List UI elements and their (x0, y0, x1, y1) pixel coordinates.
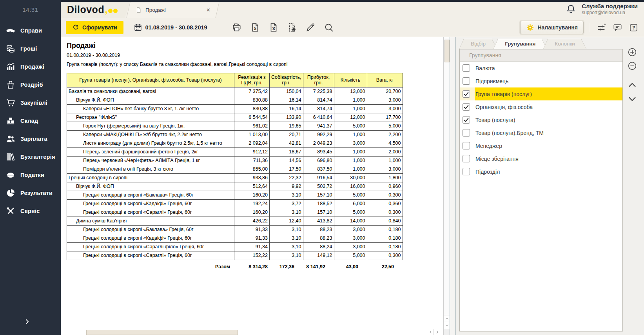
sidebar-item[interactable]: Бухгалтерія (0, 148, 61, 166)
search-icon[interactable] (324, 22, 334, 33)
horizontal-scrollbar-thumb[interactable] (86, 330, 238, 335)
table-row[interactable]: Вірчук Ф.Й. ФОП 512,64 9,92 502,72 16,00… (67, 182, 403, 191)
panel-tab[interactable]: Групування (493, 39, 547, 49)
cell-weight: 4,500 (367, 139, 403, 147)
grouping-checkbox[interactable] (463, 64, 470, 72)
table-row[interactable]: Листя винограду (для долми) Греція брутт… (67, 139, 403, 147)
cell-name: Каперси «ЕГІОН» пет банку брутто 3 кг, 1… (67, 104, 234, 113)
warehouse-icon (6, 116, 15, 126)
generate-button[interactable]: Сформувати (66, 21, 123, 34)
logo[interactable]: Dilovod, (61, 1, 131, 18)
sidebar-item-label: Закупівлі (20, 100, 47, 106)
move-up-button[interactable] (627, 80, 637, 90)
sidebar-expand-button[interactable] (24, 318, 31, 326)
table-row[interactable]: Грецькі солодощі в сиропі «Сараглі» Грец… (67, 251, 403, 260)
sidebar-item[interactable]: Склад (0, 112, 61, 130)
sidebar-item[interactable]: Зарплата (0, 130, 61, 148)
sliders-icon[interactable] (597, 23, 606, 33)
tab-close-button[interactable]: ✕ (205, 6, 212, 14)
table-row[interactable]: Димна суміш Кав'ярня 426,22 12,40 413,82… (67, 217, 403, 225)
grouping-checkbox[interactable] (463, 129, 470, 137)
cell-weight: 3,000 (367, 104, 403, 113)
grouping-item[interactable]: Організація, фіз.особа (460, 100, 622, 113)
sidebar-item[interactable]: Результати (0, 184, 61, 202)
panel-tab[interactable]: Колонки (543, 39, 587, 49)
grouping-item[interactable]: Менеджер (460, 139, 622, 152)
grouping-checkbox[interactable] (463, 103, 470, 111)
table-row[interactable]: Перець червоний «Чері+фета» АЛМІТА Греці… (67, 156, 403, 165)
grouping-checkbox[interactable] (463, 155, 470, 162)
table-row[interactable]: Вірчук Ф.Й. ФОП 830,88 16,14 814,74 1,00… (67, 96, 403, 104)
vertical-scrollbar[interactable] (443, 37, 450, 329)
scroll-up-button[interactable] (444, 315, 450, 322)
scroll-right-button[interactable] (434, 329, 441, 335)
export-excel-icon[interactable]: X (268, 22, 279, 33)
table-row[interactable]: Грецькі солодощі в сиропі «Кадаіфі» Грец… (67, 199, 403, 208)
date-range[interactable]: 01.08.2019 - 30.08.2019 (145, 24, 207, 31)
top-strip (0, 0, 644, 2)
table-row[interactable]: Перець зелений фарширований фетою Греція… (67, 147, 403, 156)
settings-button[interactable]: Налаштування (520, 21, 584, 34)
table-row[interactable]: Ресторан "ФілінS" 6 544,54 133,90 6 410,… (67, 113, 403, 122)
table-row[interactable]: Бакалія та смаколики фасовані, вагові 7 … (67, 87, 403, 96)
grouping-item[interactable]: Товар (послуга).Бренд, ТМ (460, 126, 622, 139)
support-email[interactable]: support@delovod.ua (582, 10, 638, 15)
sidebar-item[interactable]: Роздріб (0, 76, 61, 94)
scroll-left-button[interactable] (427, 329, 434, 335)
scroll-down-button[interactable] (444, 322, 450, 329)
export-pdf-icon[interactable]: λ (250, 22, 260, 33)
grouping-item[interactable]: Товар (послуга) (460, 113, 622, 126)
vertical-scrollbar-thumb[interactable] (444, 40, 450, 62)
cell-weight: 17,700 (367, 113, 403, 122)
table-row[interactable]: Грецькі солодощі в сиропі «Кадаіфі» Грец… (67, 234, 403, 242)
chat-icon[interactable] (613, 23, 622, 33)
sidebar-item[interactable]: Гроші (0, 40, 61, 58)
remove-grouping-button[interactable] (627, 61, 637, 71)
move-down-button[interactable] (627, 94, 637, 104)
horizontal-scrollbar[interactable] (61, 329, 443, 335)
sidebar-item-label: Гроші (20, 46, 37, 52)
sidebar-item[interactable]: Податки (0, 166, 61, 184)
table-row[interactable]: Помідори в'ялені в олії Греція, 3 кг скл… (67, 165, 403, 173)
grouping-checkbox[interactable] (463, 142, 470, 149)
chevron-up-icon (445, 317, 449, 321)
grouping-item[interactable]: Місце зберігання (460, 152, 622, 165)
sidebar-item[interactable]: Продажі (0, 58, 61, 76)
calendar-icon[interactable] (134, 23, 142, 32)
panel-tab-label: Групування (493, 39, 547, 49)
add-grouping-button[interactable] (627, 47, 637, 57)
grouping-item[interactable]: Валюта (460, 62, 622, 75)
cell-profit: 188,52 (303, 199, 334, 208)
cell-revenue: 6 544,54 (234, 113, 270, 122)
table-row[interactable]: Грецькі солодощі в сиропі «Сараглі» Грец… (67, 208, 403, 217)
grouping-item[interactable]: Підприємець (460, 75, 622, 87)
table-row[interactable]: Грецькі солодощі в сиропі «Сараглі філо»… (67, 242, 403, 251)
table-row[interactable]: Каперси «ЕГІОН» пет банку брутто 3 кг, 1… (67, 104, 403, 113)
cell-revenue: 855,00 (234, 165, 270, 173)
document-settings-icon[interactable] (287, 22, 297, 33)
tab-prodazhi[interactable]: Продажі ✕ (128, 2, 218, 18)
panel-divider[interactable] (450, 37, 456, 335)
edit-pencil-icon[interactable] (305, 22, 316, 33)
help-icon[interactable]: ? (629, 23, 639, 33)
table-row[interactable]: Грецькі солодощі в сиропі «Баклава» Грец… (67, 225, 403, 234)
sidebar-item[interactable]: Закупівлі (0, 94, 61, 112)
grouping-checkbox[interactable] (463, 77, 470, 85)
print-icon[interactable] (232, 22, 242, 33)
grouping-item[interactable]: Підрозділ (460, 165, 622, 178)
sidebar: 14:31 Справи Гроші Продажі Роздріб Закуп… (0, 0, 61, 335)
panel-tab[interactable]: Відбір (459, 39, 497, 49)
cell-weight: 5,000 (367, 122, 403, 130)
table-row[interactable]: Горох Нут (фермерський) на вагу Греція, … (67, 122, 403, 130)
table-row[interactable]: Грецькі солодощі в сиропі 938,86 22,32 9… (67, 173, 403, 182)
cell-name: Вірчук Ф.Й. ФОП (67, 182, 234, 191)
grouping-checkbox[interactable] (463, 116, 470, 124)
table-row[interactable]: Каперси «МАКІДОНІКІ ГІ» ж/б брутто 4кг, … (67, 130, 403, 139)
grouping-checkbox[interactable] (463, 90, 470, 98)
sidebar-item[interactable]: Сервіс (0, 202, 61, 220)
bell-icon[interactable] (566, 4, 576, 15)
grouping-checkbox[interactable] (463, 168, 470, 175)
sidebar-item[interactable]: Справи (0, 22, 61, 40)
table-row[interactable]: Грецькі солодощі в сиропі «Баклава» Грец… (67, 191, 403, 199)
grouping-item[interactable]: Група товарів (послуг) (460, 87, 622, 100)
